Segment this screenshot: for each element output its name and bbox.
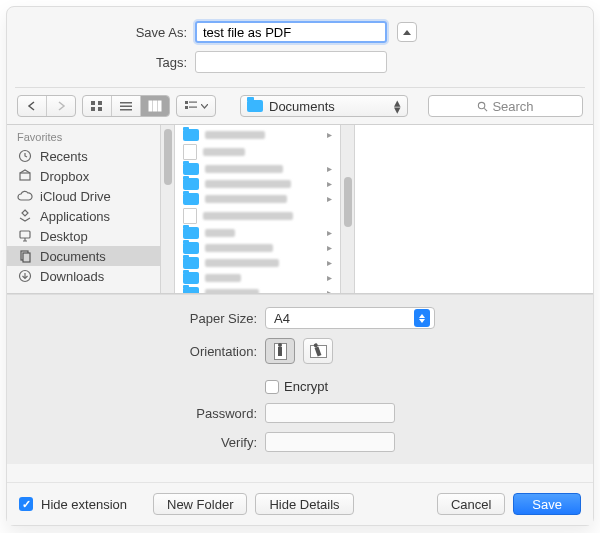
list-item[interactable] <box>175 206 340 225</box>
path-popup[interactable]: Documents ▴▾ <box>240 95 408 117</box>
column-2[interactable] <box>355 125 593 293</box>
list-item[interactable]: ▸ <box>175 176 340 191</box>
folder-icon <box>183 272 199 284</box>
new-folder-button[interactable]: New Folder <box>153 493 247 515</box>
column-view-button[interactable] <box>141 96 169 116</box>
documents-icon <box>17 249 33 263</box>
save-as-label: Save As: <box>17 25 195 40</box>
folder-icon <box>183 227 199 239</box>
orientation-label: Orientation: <box>17 344 265 359</box>
svg-rect-17 <box>20 173 30 180</box>
view-segment <box>82 95 170 117</box>
folder-icon <box>183 242 199 254</box>
svg-rect-9 <box>158 101 161 111</box>
svg-rect-4 <box>120 102 132 104</box>
paper-size-select[interactable]: A4 <box>265 307 435 329</box>
list-item[interactable]: ▸ <box>175 285 340 293</box>
sidebar-item-icloud[interactable]: iCloud Drive <box>7 186 160 206</box>
sidebar-scrollbar[interactable] <box>161 125 175 293</box>
hide-details-button[interactable]: Hide Details <box>255 493 353 515</box>
verify-label: Verify: <box>17 435 265 450</box>
group-segment <box>176 95 216 117</box>
svg-line-15 <box>485 108 488 111</box>
password-label: Password: <box>17 406 265 421</box>
folder-icon <box>183 287 199 294</box>
svg-rect-18 <box>20 231 30 238</box>
column-1: ▸ ▸ ▸ ▸ ▸ ▸ ▸ ▸ ▸ <box>175 125 341 293</box>
save-dialog: Save As: Tags: <box>6 6 594 526</box>
sidebar: Favorites Recents Dropbox iCloud Drive A… <box>7 125 161 293</box>
folder-icon <box>183 178 199 190</box>
downloads-icon <box>17 269 33 283</box>
svg-rect-5 <box>120 106 132 108</box>
password-input[interactable] <box>265 403 395 423</box>
svg-point-14 <box>479 102 485 108</box>
svg-rect-7 <box>149 101 152 111</box>
svg-rect-1 <box>98 101 102 105</box>
hide-extension-label: Hide extension <box>41 497 127 512</box>
folder-icon <box>183 193 199 205</box>
sidebar-item-recents[interactable]: Recents <box>7 146 160 166</box>
cloud-icon <box>17 189 33 203</box>
list-item[interactable]: ▸ <box>175 270 340 285</box>
sidebar-item-desktop[interactable]: Desktop <box>7 226 160 246</box>
landscape-icon <box>310 345 327 358</box>
column-scrollbar[interactable] <box>341 125 355 293</box>
orientation-portrait-button[interactable] <box>265 338 295 364</box>
list-item[interactable]: ▸ <box>175 191 340 206</box>
portrait-icon <box>274 343 287 360</box>
chevron-up-icon <box>403 30 411 35</box>
clock-icon <box>17 149 33 163</box>
svg-rect-6 <box>120 109 132 111</box>
save-button[interactable]: Save <box>513 493 581 515</box>
sidebar-item-downloads[interactable]: Downloads <box>7 266 160 286</box>
chevron-down-icon <box>201 104 208 109</box>
search-input[interactable]: Search <box>428 95 583 117</box>
top-section: Save As: Tags: <box>7 7 593 87</box>
nav-segment <box>17 95 76 117</box>
apps-icon <box>17 209 33 223</box>
icon-view-button[interactable] <box>83 96 112 116</box>
tags-input[interactable] <box>195 51 387 73</box>
verify-input[interactable] <box>265 432 395 452</box>
back-button[interactable] <box>18 96 47 116</box>
svg-rect-11 <box>189 102 197 103</box>
list-item[interactable] <box>175 142 340 161</box>
encrypt-label: Encrypt <box>284 379 328 394</box>
collapse-button[interactable] <box>397 22 417 42</box>
svg-rect-3 <box>98 107 102 111</box>
options-panel: Paper Size: A4 Orientation: Encrypt <box>7 294 593 464</box>
forward-button[interactable] <box>47 96 75 116</box>
search-icon <box>477 101 488 112</box>
group-button[interactable] <box>177 96 215 116</box>
cancel-button[interactable]: Cancel <box>437 493 505 515</box>
svg-rect-12 <box>185 106 188 109</box>
list-item[interactable]: ▸ <box>175 255 340 270</box>
svg-rect-0 <box>91 101 95 105</box>
desktop-icon <box>17 229 33 243</box>
tags-label: Tags: <box>17 55 195 70</box>
toolbar: Documents ▴▾ Search <box>7 88 593 124</box>
svg-rect-10 <box>185 101 188 104</box>
hide-extension-checkbox[interactable] <box>19 497 33 511</box>
list-item[interactable]: ▸ <box>175 127 340 142</box>
sidebar-item-documents[interactable]: Documents <box>7 246 160 266</box>
file-browser: Favorites Recents Dropbox iCloud Drive A… <box>7 124 593 294</box>
list-item[interactable]: ▸ <box>175 161 340 176</box>
encrypt-checkbox[interactable] <box>265 380 279 394</box>
folder-icon <box>183 163 199 175</box>
sidebar-item-dropbox[interactable]: Dropbox <box>7 166 160 186</box>
list-item[interactable]: ▸ <box>175 240 340 255</box>
stepper-icon: ▴▾ <box>394 99 401 113</box>
svg-rect-2 <box>91 107 95 111</box>
list-view-button[interactable] <box>112 96 141 116</box>
orientation-landscape-button[interactable] <box>303 338 333 364</box>
stepper-icon <box>414 309 430 327</box>
svg-rect-8 <box>154 101 157 111</box>
sidebar-item-applications[interactable]: Applications <box>7 206 160 226</box>
folder-icon <box>183 129 199 141</box>
list-item[interactable]: ▸ <box>175 225 340 240</box>
folder-icon <box>183 257 199 269</box>
svg-rect-13 <box>189 107 197 108</box>
save-as-input[interactable] <box>195 21 387 43</box>
